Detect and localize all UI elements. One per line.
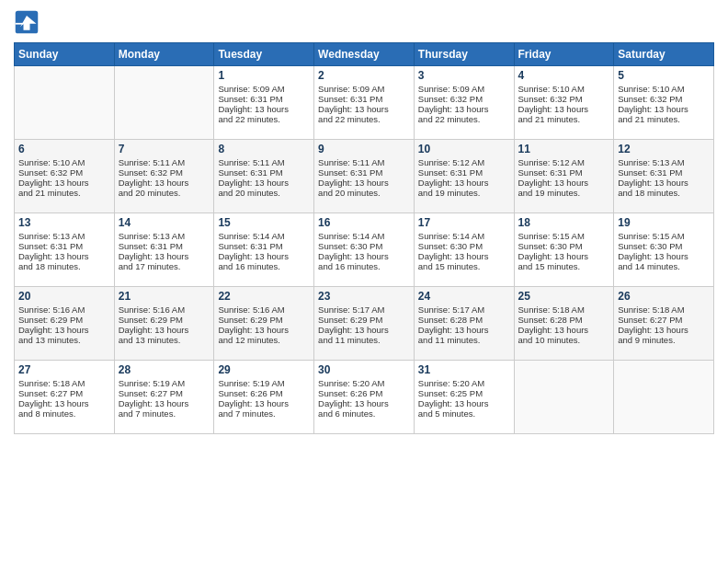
cell-content-line: and 15 minutes. bbox=[518, 261, 610, 271]
week-row-4: 20Sunrise: 5:16 AMSunset: 6:29 PMDayligh… bbox=[15, 287, 714, 361]
cell-content-line: Sunset: 6:30 PM bbox=[418, 241, 510, 251]
calendar-cell: 1Sunrise: 5:09 AMSunset: 6:31 PMDaylight… bbox=[214, 66, 314, 140]
day-number: 27 bbox=[18, 363, 110, 376]
cell-content-line: Daylight: 13 hours bbox=[518, 178, 610, 188]
cell-content-line: Sunrise: 5:11 AM bbox=[218, 157, 310, 167]
cell-content-line: and 18 minutes. bbox=[618, 188, 710, 198]
calendar-cell: 24Sunrise: 5:17 AMSunset: 6:28 PMDayligh… bbox=[414, 287, 514, 361]
cell-content-line: Sunset: 6:25 PM bbox=[418, 388, 510, 398]
cell-content-line: and 19 minutes. bbox=[518, 188, 610, 198]
calendar-cell: 29Sunrise: 5:19 AMSunset: 6:26 PMDayligh… bbox=[214, 361, 314, 434]
cell-content-line: and 7 minutes. bbox=[218, 408, 310, 419]
day-number: 18 bbox=[518, 216, 610, 229]
calendar-cell: 12Sunrise: 5:13 AMSunset: 6:31 PMDayligh… bbox=[614, 140, 714, 213]
cell-content-line: and 14 minutes. bbox=[618, 261, 710, 271]
cell-content-line: Sunset: 6:31 PM bbox=[119, 241, 210, 251]
cell-content-line: Sunset: 6:31 PM bbox=[418, 167, 510, 178]
day-number: 23 bbox=[318, 290, 410, 303]
cell-content-line: Sunset: 6:29 PM bbox=[18, 315, 110, 325]
day-number: 9 bbox=[318, 143, 410, 155]
cell-content-line: and 22 minutes. bbox=[418, 114, 510, 124]
cell-content-line: Sunset: 6:31 PM bbox=[318, 167, 410, 178]
day-number: 3 bbox=[418, 69, 510, 82]
cell-content-line: Sunset: 6:30 PM bbox=[318, 241, 410, 251]
cell-content-line: Sunrise: 5:19 AM bbox=[218, 378, 310, 388]
calendar-cell bbox=[15, 66, 115, 140]
cell-content-line: Sunset: 6:27 PM bbox=[618, 315, 710, 325]
day-number: 26 bbox=[618, 290, 710, 303]
cell-content-line: Sunset: 6:28 PM bbox=[418, 315, 510, 325]
weekday-header-row: SundayMondayTuesdayWednesdayThursdayFrid… bbox=[15, 43, 714, 66]
day-number: 22 bbox=[218, 290, 310, 303]
calendar-cell: 16Sunrise: 5:14 AMSunset: 6:30 PMDayligh… bbox=[314, 213, 415, 287]
week-row-5: 27Sunrise: 5:18 AMSunset: 6:27 PMDayligh… bbox=[15, 361, 714, 434]
cell-content-line: Daylight: 13 hours bbox=[518, 325, 610, 335]
cell-content-line: Sunrise: 5:16 AM bbox=[218, 304, 310, 315]
day-number: 13 bbox=[18, 216, 110, 229]
day-number: 17 bbox=[418, 216, 510, 229]
calendar-cell: 28Sunrise: 5:19 AMSunset: 6:27 PMDayligh… bbox=[114, 361, 214, 434]
cell-content-line: Daylight: 13 hours bbox=[318, 178, 410, 188]
cell-content-line: Sunrise: 5:12 AM bbox=[518, 157, 610, 167]
calendar-cell: 25Sunrise: 5:18 AMSunset: 6:28 PMDayligh… bbox=[514, 287, 614, 361]
day-number: 24 bbox=[418, 290, 510, 303]
cell-content-line: Sunset: 6:31 PM bbox=[518, 167, 610, 178]
weekday-header-thursday: Thursday bbox=[414, 43, 514, 66]
cell-content-line: Daylight: 13 hours bbox=[218, 104, 310, 114]
cell-content-line: and 21 minutes. bbox=[18, 188, 110, 198]
cell-content-line: Sunset: 6:32 PM bbox=[119, 167, 210, 178]
cell-content-line: and 20 minutes. bbox=[218, 188, 310, 198]
cell-content-line: Sunrise: 5:10 AM bbox=[618, 84, 710, 94]
calendar-cell: 7Sunrise: 5:11 AMSunset: 6:32 PMDaylight… bbox=[114, 140, 214, 213]
calendar-cell: 31Sunrise: 5:20 AMSunset: 6:25 PMDayligh… bbox=[414, 361, 514, 434]
cell-content-line: Daylight: 13 hours bbox=[119, 251, 210, 261]
cell-content-line: Sunset: 6:30 PM bbox=[618, 241, 710, 251]
day-number: 12 bbox=[618, 143, 710, 155]
cell-content-line: Daylight: 13 hours bbox=[18, 178, 110, 188]
cell-content-line: Sunrise: 5:18 AM bbox=[618, 304, 710, 315]
calendar-cell: 5Sunrise: 5:10 AMSunset: 6:32 PMDaylight… bbox=[614, 66, 714, 140]
cell-content-line: and 7 minutes. bbox=[119, 408, 210, 419]
cell-content-line: and 5 minutes. bbox=[418, 408, 510, 419]
cell-content-line: Sunrise: 5:09 AM bbox=[318, 84, 410, 94]
cell-content-line: Sunrise: 5:20 AM bbox=[318, 378, 410, 388]
calendar-cell bbox=[514, 361, 614, 434]
calendar-cell: 17Sunrise: 5:14 AMSunset: 6:30 PMDayligh… bbox=[414, 213, 514, 287]
day-number: 10 bbox=[418, 143, 510, 155]
cell-content-line: and 13 minutes. bbox=[119, 335, 210, 345]
cell-content-line: Sunset: 6:27 PM bbox=[119, 388, 210, 398]
cell-content-line: and 20 minutes. bbox=[119, 188, 210, 198]
cell-content-line: Sunset: 6:28 PM bbox=[518, 315, 610, 325]
cell-content-line: Daylight: 13 hours bbox=[618, 251, 710, 261]
calendar-cell: 8Sunrise: 5:11 AMSunset: 6:31 PMDaylight… bbox=[214, 140, 314, 213]
day-number: 20 bbox=[18, 290, 110, 303]
weekday-header-tuesday: Tuesday bbox=[214, 43, 314, 66]
cell-content-line: Daylight: 13 hours bbox=[218, 178, 310, 188]
cell-content-line: Daylight: 13 hours bbox=[418, 251, 510, 261]
weekday-header-monday: Monday bbox=[114, 43, 214, 66]
cell-content-line: Daylight: 13 hours bbox=[418, 178, 510, 188]
cell-content-line: Sunset: 6:26 PM bbox=[218, 388, 310, 398]
calendar-cell: 14Sunrise: 5:13 AMSunset: 6:31 PMDayligh… bbox=[114, 213, 214, 287]
cell-content-line: Daylight: 13 hours bbox=[119, 325, 210, 335]
cell-content-line: Daylight: 13 hours bbox=[18, 325, 110, 335]
cell-content-line: Sunset: 6:31 PM bbox=[18, 241, 110, 251]
day-number: 1 bbox=[218, 69, 310, 82]
cell-content-line: Daylight: 13 hours bbox=[318, 325, 410, 335]
cell-content-line: Sunset: 6:29 PM bbox=[318, 315, 410, 325]
svg-rect-2 bbox=[16, 23, 24, 25]
cell-content-line: and 22 minutes. bbox=[318, 114, 410, 124]
calendar-cell: 13Sunrise: 5:13 AMSunset: 6:31 PMDayligh… bbox=[15, 213, 115, 287]
cell-content-line: Sunrise: 5:14 AM bbox=[218, 231, 310, 241]
cell-content-line: Daylight: 13 hours bbox=[618, 178, 710, 188]
cell-content-line: Sunrise: 5:17 AM bbox=[418, 304, 510, 315]
cell-content-line: Daylight: 13 hours bbox=[418, 104, 510, 114]
calendar-cell: 4Sunrise: 5:10 AMSunset: 6:32 PMDaylight… bbox=[514, 66, 614, 140]
day-number: 21 bbox=[119, 290, 210, 303]
calendar-cell: 21Sunrise: 5:16 AMSunset: 6:29 PMDayligh… bbox=[114, 287, 214, 361]
cell-content-line: and 9 minutes. bbox=[618, 335, 710, 345]
cell-content-line: and 21 minutes. bbox=[518, 114, 610, 124]
cell-content-line: and 8 minutes. bbox=[18, 408, 110, 419]
cell-content-line: Daylight: 13 hours bbox=[218, 398, 310, 408]
calendar-cell: 9Sunrise: 5:11 AMSunset: 6:31 PMDaylight… bbox=[314, 140, 415, 213]
